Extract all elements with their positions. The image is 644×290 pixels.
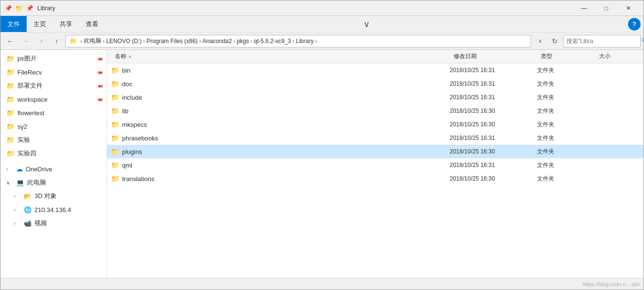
- address-path[interactable]: 📁 › 此电脑 › LENOVO (D:) › Program Files (x…: [65, 35, 531, 47]
- sidebar-item-deploy[interactable]: 📁 部署文件 📌: [0, 79, 107, 92]
- sidebar-label-experiment: 实验: [17, 136, 103, 144]
- menu-share[interactable]: 共享: [53, 16, 79, 32]
- folder-icon-flowertest: 📁: [6, 109, 15, 117]
- col-header-date[interactable]: 修改日期: [450, 50, 537, 63]
- menu-file[interactable]: 文件: [0, 16, 27, 32]
- file-folder-icon: 📁: [111, 66, 119, 74]
- file-row[interactable]: 📁 include 2018/10/25 16:31 文件夹: [107, 91, 644, 104]
- file-folder-icon: 📁: [111, 161, 119, 169]
- maximize-button[interactable]: □: [595, 0, 617, 16]
- refresh-button[interactable]: ↻: [549, 35, 561, 47]
- title-bar: 📌 📁 📌 Library — □ ✕: [0, 0, 644, 16]
- path-pkgs: pkgs: [236, 38, 249, 45]
- sidebar-label-deploy: 部署文件: [17, 81, 94, 90]
- sidebar-item-experiment[interactable]: 📁 实验: [0, 133, 107, 147]
- search-icon[interactable]: 🔍: [641, 37, 644, 45]
- file-row[interactable]: 📁 doc 2018/10/25 16:31 文件夹: [107, 77, 644, 91]
- expand-arrow-network: ›: [14, 207, 21, 213]
- file-folder-icon: 📁: [111, 80, 119, 88]
- col-header-size[interactable]: 大小: [595, 50, 644, 63]
- sidebar-label-filerecv: FileRecv: [17, 69, 94, 76]
- main-area: 📁 ps图片 📌 📁 FileRecv 📌 📁 部署文件 📌 📁 workspa…: [0, 50, 644, 278]
- minimize-button[interactable]: —: [573, 0, 595, 16]
- folder-icon-3d: 📂: [24, 193, 31, 200]
- sidebar-item-flowertest[interactable]: 📁 flowertest: [0, 106, 107, 120]
- pin-icon-deploy: 📌: [96, 82, 104, 90]
- pin-icon-filerecv: 📌: [96, 68, 104, 76]
- help-button[interactable]: ?: [628, 18, 641, 31]
- sidebar-label-experiment4: 实验四: [17, 149, 103, 158]
- address-bar: ← → ∨ ↑ 📁 › 此电脑 › LENOVO (D:) › Program …: [0, 32, 644, 50]
- file-name: include: [122, 94, 450, 101]
- path-anaconda: Anaconda2: [203, 38, 232, 45]
- window-controls: — □ ✕: [573, 0, 640, 16]
- sidebar-item-computer[interactable]: ∨ 💻 此电脑: [0, 176, 107, 189]
- sidebar-item-3d[interactable]: › 📂 3D 对象: [0, 189, 107, 203]
- col-header-type[interactable]: 类型: [537, 50, 595, 63]
- search-input[interactable]: [566, 38, 639, 45]
- title-bar-icons: 📌 📁 📌: [4, 4, 33, 12]
- file-date: 2018/10/25 16:31: [450, 135, 537, 141]
- window-title: Library: [37, 5, 573, 12]
- file-name: mkspecs: [122, 121, 450, 128]
- file-row[interactable]: 📁 plugins 2018/10/25 16:30 文件夹: [107, 145, 644, 158]
- folder-icon-titlebar: 📁: [15, 4, 23, 12]
- menu-dropdown-icon[interactable]: ∨: [360, 19, 374, 30]
- folder-icon-computer: 💻: [16, 179, 24, 186]
- path-dropdown-button[interactable]: ∨: [533, 34, 547, 48]
- file-row[interactable]: 📁 mkspecs 2018/10/25 16:30 文件夹: [107, 118, 644, 131]
- menu-view[interactable]: 查看: [79, 16, 105, 32]
- folder-icon-video: 📹: [24, 220, 31, 227]
- file-row[interactable]: 📁 qml 2018/10/25 16:31 文件夹: [107, 158, 644, 172]
- search-box[interactable]: 🔍: [563, 35, 641, 47]
- close-button[interactable]: ✕: [617, 0, 640, 16]
- folder-icon-sy2: 📁: [6, 122, 15, 130]
- col-header-name[interactable]: 名称 ∧: [111, 50, 450, 63]
- expand-arrow-video: ›: [14, 221, 21, 226]
- sidebar-label-flowertest: flowertest: [17, 109, 103, 117]
- file-folder-icon: 📁: [111, 148, 119, 155]
- file-row[interactable]: 📁 lib 2018/10/25 16:30 文件夹: [107, 104, 644, 118]
- menu-home[interactable]: 主页: [27, 16, 53, 32]
- watermark: https://blog.csdn.n... zjin: [582, 281, 640, 287]
- sidebar-item-ps[interactable]: 📁 ps图片 📌: [0, 52, 107, 65]
- sidebar-item-workspace[interactable]: 📁 workspace 📌: [0, 92, 107, 106]
- menu-bar: 文件 主页 共享 查看 ∨ ?: [0, 16, 644, 32]
- forward-button[interactable]: →: [19, 34, 32, 48]
- sidebar-item-filerecv[interactable]: 📁 FileRecv 📌: [0, 65, 107, 79]
- sidebar-label-workspace: workspace: [17, 96, 94, 103]
- status-bar: https://blog.csdn.n... zjin: [0, 278, 644, 290]
- folder-icon-network: 🌐: [24, 206, 31, 214]
- pin-icon-ps: 📌: [96, 55, 104, 62]
- sidebar-item-network[interactable]: › 🌐 210.34.136.4: [0, 203, 107, 216]
- sidebar-label-3d: 3D 对象: [34, 192, 103, 200]
- sidebar-label-network: 210.34.136.4: [34, 206, 103, 214]
- col-date-label: 修改日期: [454, 52, 477, 61]
- file-folder-icon: 📁: [111, 121, 119, 128]
- path-computer: 此电脑: [84, 37, 101, 45]
- file-name: phrasebooks: [122, 135, 450, 142]
- sidebar-item-experiment4[interactable]: 📁 实验四: [0, 147, 107, 160]
- sidebar-item-video[interactable]: › 📹 视频: [0, 216, 107, 230]
- file-type: 文件夹: [537, 161, 595, 169]
- folder-icon-deploy: 📁: [6, 82, 15, 90]
- dropdown-button[interactable]: ∨: [34, 34, 48, 48]
- back-button[interactable]: ←: [3, 34, 17, 48]
- folder-icon-path: 📁: [70, 38, 77, 45]
- file-date: 2018/10/25 16:31: [450, 67, 537, 74]
- file-row[interactable]: 📁 phrasebooks 2018/10/25 16:31 文件夹: [107, 131, 644, 145]
- file-type: 文件夹: [537, 134, 595, 142]
- file-name: plugins: [122, 148, 450, 155]
- file-date: 2018/10/25 16:30: [450, 148, 537, 155]
- col-type-label: 类型: [541, 52, 552, 61]
- file-row[interactable]: 📁 translations 2018/10/25 16:30 文件夹: [107, 172, 644, 185]
- file-folder-icon: 📁: [111, 175, 119, 183]
- file-type: 文件夹: [537, 80, 595, 88]
- file-row[interactable]: 📁 bin 2018/10/25 16:31 文件夹: [107, 63, 644, 77]
- sidebar-item-onedrive[interactable]: › ☁ OneDrive: [0, 162, 107, 176]
- up-button[interactable]: ↑: [50, 34, 63, 48]
- sidebar-item-sy2[interactable]: 📁 sy2: [0, 120, 107, 133]
- sort-arrow-name: ∧: [128, 54, 132, 59]
- file-folder-icon: 📁: [111, 134, 119, 142]
- file-date: 2018/10/25 16:31: [450, 94, 537, 101]
